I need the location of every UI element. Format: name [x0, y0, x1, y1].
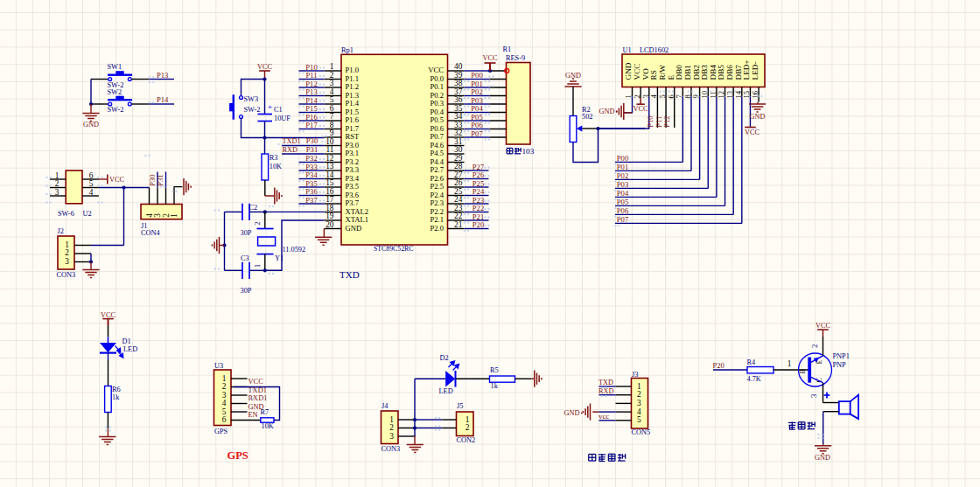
svg-text:P27: P27: [472, 163, 485, 171]
svg-text:5: 5: [222, 407, 227, 416]
svg-text:10K: 10K: [270, 163, 282, 170]
svg-text:P4.4: P4.4: [430, 157, 444, 166]
svg-text:6: 6: [89, 171, 94, 180]
svg-text:3: 3: [809, 393, 818, 398]
svg-text:P1.6: P1.6: [346, 115, 360, 124]
svg-text:C2: C2: [249, 204, 258, 212]
svg-text:P14: P14: [305, 96, 318, 105]
svg-text:32: 32: [454, 129, 463, 137]
svg-text:P3.0: P3.0: [346, 141, 360, 150]
svg-text:P11: P11: [305, 71, 317, 80]
svg-text:P30: P30: [306, 136, 318, 145]
svg-text:P30: P30: [148, 174, 157, 186]
svg-text:VO: VO: [641, 68, 650, 80]
svg-text:7: 7: [330, 112, 334, 121]
svg-text:P21: P21: [472, 212, 484, 221]
svg-text:E: E: [816, 359, 823, 364]
svg-text:R6: R6: [112, 386, 121, 393]
svg-text:P01: P01: [471, 80, 482, 88]
svg-text:R/W: R/W: [658, 65, 667, 80]
svg-text:DB5: DB5: [717, 65, 725, 80]
svg-text:P2.5: P2.5: [430, 182, 444, 191]
svg-text:P2.6: P2.6: [430, 174, 444, 183]
svg-text:6: 6: [222, 415, 227, 424]
svg-text:1: 1: [55, 171, 60, 180]
svg-text:P31: P31: [156, 174, 164, 186]
svg-text:15: 15: [326, 178, 334, 187]
svg-text:8: 8: [330, 121, 334, 129]
svg-text:P0.0: P0.0: [430, 74, 444, 83]
svg-text:1k: 1k: [491, 382, 499, 390]
svg-text:R4: R4: [747, 358, 757, 366]
svg-text:1: 1: [330, 62, 334, 71]
svg-text:P37: P37: [305, 196, 318, 205]
svg-text:40: 40: [454, 62, 463, 71]
svg-text:SW-2: SW-2: [244, 106, 261, 114]
svg-text:P26: P26: [472, 170, 485, 179]
svg-text:P25: P25: [472, 179, 484, 188]
svg-text:4: 4: [145, 213, 154, 218]
svg-text:11: 11: [326, 145, 334, 154]
svg-text:P13: P13: [305, 87, 317, 96]
svg-text:4.7K: 4.7K: [747, 375, 761, 383]
svg-text:P03: P03: [471, 96, 482, 105]
svg-text:14: 14: [326, 170, 334, 179]
svg-text:P2.7: P2.7: [430, 165, 444, 174]
svg-text:4: 4: [89, 188, 94, 197]
svg-text:1: 1: [253, 264, 262, 268]
svg-text:SW-6: SW-6: [58, 210, 74, 218]
svg-text:CON2: CON2: [457, 436, 476, 444]
svg-text:P0.4: P0.4: [430, 108, 444, 116]
svg-text:VCC: VCC: [816, 322, 831, 330]
svg-text:1: 1: [788, 359, 792, 368]
svg-text:29: 29: [454, 154, 463, 163]
svg-text:P00: P00: [471, 71, 482, 80]
svg-text:103: 103: [522, 147, 535, 156]
svg-text:P35: P35: [305, 179, 317, 188]
svg-text:VCC: VCC: [248, 378, 264, 386]
svg-text:P23: P23: [472, 196, 484, 205]
svg-text:P00: P00: [617, 154, 628, 163]
svg-text:12: 12: [326, 154, 334, 163]
svg-text:SW1: SW1: [108, 63, 122, 71]
svg-text:24: 24: [454, 195, 463, 204]
svg-text:RS: RS: [649, 70, 658, 80]
svg-text:P06: P06: [471, 121, 483, 129]
svg-text:39: 39: [454, 71, 463, 80]
svg-text:P11: P11: [654, 116, 663, 128]
svg-text:2: 2: [253, 221, 262, 225]
svg-text:30: 30: [454, 145, 463, 154]
svg-text:502: 502: [582, 113, 592, 121]
svg-text:P20: P20: [713, 361, 724, 370]
svg-text:P1.7: P1.7: [346, 124, 360, 133]
svg-text:P04: P04: [471, 104, 483, 113]
svg-text:22: 22: [454, 212, 463, 220]
svg-text:DB6: DB6: [725, 65, 734, 80]
svg-text:P32: P32: [305, 154, 317, 163]
svg-text:P0.5: P0.5: [430, 115, 444, 124]
svg-text:3: 3: [55, 188, 60, 197]
svg-text:2: 2: [466, 423, 470, 432]
svg-text:C1: C1: [274, 106, 283, 114]
svg-text:25: 25: [454, 187, 463, 196]
svg-text:D1: D1: [122, 337, 131, 345]
svg-text:GPS: GPS: [214, 428, 228, 435]
svg-text:PNP1: PNP1: [833, 352, 850, 360]
svg-text:P3.4: P3.4: [346, 174, 360, 183]
svg-text:9: 9: [330, 129, 334, 137]
svg-text:16: 16: [326, 187, 334, 196]
svg-text:P3.1: P3.1: [346, 149, 360, 157]
svg-text:XTAL1: XTAL1: [346, 215, 369, 224]
svg-text:P10: P10: [646, 115, 654, 127]
svg-text:U1: U1: [623, 46, 632, 54]
svg-text:GND: GND: [346, 224, 362, 233]
svg-text:P07: P07: [471, 129, 483, 138]
svg-text:P16: P16: [305, 113, 318, 122]
svg-text:CON3: CON3: [382, 445, 401, 453]
svg-text:LED: LED: [439, 387, 453, 395]
svg-text:1: 1: [637, 382, 641, 391]
svg-text:P33: P33: [305, 163, 317, 171]
svg-text:SW-2: SW-2: [108, 106, 124, 114]
svg-text:1: 1: [65, 240, 69, 249]
svg-text:EN: EN: [248, 411, 258, 419]
